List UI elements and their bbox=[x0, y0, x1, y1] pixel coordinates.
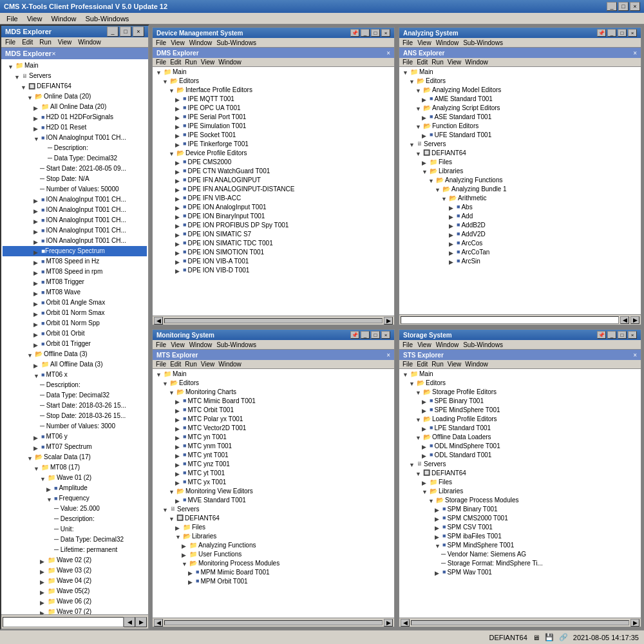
sts-menu-subwindows[interactable]: Sub-Windows bbox=[461, 341, 505, 348]
dms-sub-window[interactable]: Window bbox=[216, 59, 243, 66]
dms-node-dpe-ion-bi[interactable]: ▶ ■ DPE ION BinaryInput T001 bbox=[153, 212, 393, 221]
tree-node-wave07[interactable]: ▶ 📁 Wave 07 (2) bbox=[3, 607, 147, 614]
tree-node-ion5[interactable]: ▶ ■ ION AnalogInput T001 CH... bbox=[3, 225, 147, 236]
tree-node-ion1[interactable]: ▼ ■ ION AnalogInput T001 CH... bbox=[3, 133, 147, 143]
mts-node-mtc-yn[interactable]: ▶ ■ MTC yn T001 bbox=[153, 433, 393, 442]
dms-pin[interactable]: 📌 bbox=[350, 29, 359, 37]
dms-scrollbar-track[interactable] bbox=[164, 318, 383, 323]
dms-node-main[interactable]: ▼ 📁 Main bbox=[153, 68, 393, 77]
restore-button[interactable]: □ bbox=[618, 2, 629, 11]
tree-node-ion2[interactable]: ▶ ■ ION AnalogInput T001 CH... bbox=[3, 194, 147, 205]
sts-node-spm-csv[interactable]: ▶ ■ SPM CSV T001 bbox=[400, 523, 640, 532]
sts-node-spm-mind[interactable]: ▼ ■ SPM MindSphere T001 bbox=[400, 541, 640, 550]
dms-node-ipe[interactable]: ▼ 📂 Interface Profile Editors bbox=[153, 86, 393, 95]
ans-tree[interactable]: ▼ 📁 Main ▼ 📂 Editors ▼ 📂 Analyzing Model… bbox=[399, 67, 641, 314]
mts-menu-view[interactable]: View bbox=[169, 341, 187, 348]
tree-node-mt08-hz[interactable]: ▶ ■ MT08 Speed in Hz bbox=[3, 256, 147, 267]
tree-node-ion4[interactable]: ▶ ■ ION AnalogInput T001 CH... bbox=[3, 215, 147, 225]
mds-search-prev[interactable]: ◀ bbox=[124, 617, 135, 627]
mts-node-libs[interactable]: ▼ 📂 Libraries bbox=[153, 532, 393, 541]
sts-node-odl-mind[interactable]: ▶ ■ ODL MindSphere T001 bbox=[400, 442, 640, 451]
ans-explorer-close[interactable]: × bbox=[633, 50, 637, 57]
sts-scrollbar-track[interactable] bbox=[411, 620, 629, 625]
ans-minimize[interactable]: _ bbox=[607, 29, 616, 37]
ans-node-addb2d[interactable]: ▶ ■ AddB2D bbox=[400, 221, 640, 230]
tree-node-mt08-wave[interactable]: ▶ ■ MT08 Wave bbox=[3, 287, 147, 298]
ans-menu-subwindows[interactable]: Sub-Windows bbox=[461, 39, 505, 46]
mds-menu-window[interactable]: Window bbox=[75, 39, 104, 46]
sts-explorer-close[interactable]: × bbox=[633, 352, 637, 359]
sts-node-spm-wav[interactable]: ▶ ■ SPM Wav T001 bbox=[400, 568, 640, 577]
sts-minimize[interactable]: _ bbox=[607, 331, 616, 339]
ans-node-ufe-std[interactable]: ▶ ■ UFE Standard T001 bbox=[400, 131, 640, 140]
mts-node-mve-std[interactable]: ▶ ■ MVE Standard T001 bbox=[153, 496, 393, 505]
dms-node-dpe-ifn-aid[interactable]: ▶ ■ DPE IFN ANALOGINPUT-DISTANCE bbox=[153, 185, 393, 194]
dms-sub-run[interactable]: Run bbox=[183, 59, 198, 66]
dms-node-dpe-ion-vibd[interactable]: ▶ ■ DPE ION VIB-D T001 bbox=[153, 266, 393, 275]
ans-node-abs[interactable]: ▶ ■ Abs bbox=[400, 203, 640, 212]
ans-sub-edit[interactable]: Edit bbox=[415, 59, 430, 66]
mds-menu-run[interactable]: Run bbox=[37, 39, 53, 46]
ans-node-af[interactable]: ▼ 📂 Analyzing Functions bbox=[400, 176, 640, 185]
mts-node-mtc-orbit[interactable]: ▶ ■ MTC Orbit T001 bbox=[153, 406, 393, 415]
mts-sub-edit[interactable]: Edit bbox=[168, 361, 183, 368]
mds-menu-edit[interactable]: Edit bbox=[19, 39, 35, 46]
mds-minimize[interactable]: _ bbox=[107, 26, 118, 37]
sts-node-odl[interactable]: ▼ 📂 Offline Data Loaders bbox=[400, 433, 640, 442]
mts-node-mtc-yt[interactable]: ▶ ■ MTC yt T001 bbox=[153, 469, 393, 478]
tree-node-main[interactable]: ▼ 📁 Main bbox=[3, 61, 147, 71]
mts-sub-run[interactable]: Run bbox=[183, 361, 198, 368]
dms-node-ipe-mqtt[interactable]: ▶ ■ IPE MQTT T001 bbox=[153, 95, 393, 104]
dms-restore[interactable]: □ bbox=[371, 29, 380, 37]
tree-node-ion3[interactable]: ▶ ■ ION AnalogInput T001 CH... bbox=[3, 205, 147, 215]
dms-sub-file[interactable]: File bbox=[154, 59, 168, 66]
menu-window[interactable]: Window bbox=[47, 14, 80, 23]
tree-node-wave06[interactable]: ▶ 📁 Wave 06 (2) bbox=[3, 596, 147, 607]
tree-node-servers[interactable]: ▼ 🖥 Servers bbox=[3, 71, 147, 81]
dms-node-dpe-ion-ai[interactable]: ▶ ■ DPE ION AnalogInput T001 bbox=[153, 203, 393, 212]
ans-search-input[interactable] bbox=[401, 316, 619, 324]
ans-close[interactable]: × bbox=[628, 29, 637, 37]
mds-search-input[interactable] bbox=[3, 617, 124, 627]
ans-node-ase-std[interactable]: ▶ ■ ASE Standard T001 bbox=[400, 113, 640, 122]
tree-node-orbit-angle[interactable]: ▶ ■ Orbit 01 Angle Smax bbox=[3, 298, 147, 308]
dms-minimize[interactable]: _ bbox=[361, 29, 370, 37]
tree-node-orbit-nspp[interactable]: ▶ ■ Orbit 01 Norm Spp bbox=[3, 318, 147, 328]
dms-menu-file[interactable]: File bbox=[154, 39, 168, 46]
sts-close[interactable]: × bbox=[628, 331, 637, 339]
sts-node-spm-cms[interactable]: ▶ ■ SPM CMS2000 T001 bbox=[400, 514, 640, 523]
tree-node-online-data[interactable]: ▼ 📂 Online Data (20) bbox=[3, 91, 147, 102]
mts-node-mpm[interactable]: ▼ 📂 Monitoring Process Modules bbox=[153, 559, 393, 568]
tree-node-mt07spec[interactable]: ▶ ■ MT07 Spectrum bbox=[3, 442, 147, 452]
mts-sub-window[interactable]: Window bbox=[216, 361, 243, 368]
ans-sub-run[interactable]: Run bbox=[430, 59, 445, 66]
dms-node-dpe-ifn-ai[interactable]: ▶ ■ DPE IFN ANALOGINPUT bbox=[153, 176, 393, 185]
dms-scroll-left[interactable]: ◀ bbox=[154, 317, 163, 325]
mts-pin[interactable]: 📌 bbox=[350, 331, 359, 339]
dms-node-dpe-ifn-vib[interactable]: ▶ ■ DPE IFN VIB-ACC bbox=[153, 194, 393, 203]
ans-node-ame[interactable]: ▼ 📂 Analyzing Model Editors bbox=[400, 86, 640, 95]
sts-sub-file[interactable]: File bbox=[401, 361, 415, 368]
mts-node-mpm-mimic[interactable]: ▶ ■ MPM Mimic Board T001 bbox=[153, 568, 393, 577]
mds-explorer-close[interactable]: × bbox=[52, 50, 55, 57]
ans-node-libs[interactable]: ▼ 📂 Libraries bbox=[400, 167, 640, 176]
sts-node-lpe[interactable]: ▼ 📂 Loading Profile Editors bbox=[400, 415, 640, 424]
dms-node-dpe-ctn[interactable]: ▶ ■ DPE CTN WatchGuard T001 bbox=[153, 167, 393, 176]
dms-node-dpe-ion-prof[interactable]: ▶ ■ DPE ION PROFIBUS DP Spy T001 bbox=[153, 221, 393, 230]
tree-node-ion6[interactable]: ▶ ■ ION AnalogInput T001 CH... bbox=[3, 236, 147, 246]
dms-tree[interactable]: ▼ 📁 Main ▼ 📂 Editors ▼ 📂 Interface Profi… bbox=[153, 67, 394, 316]
sts-menu-file[interactable]: File bbox=[401, 341, 415, 348]
mts-scrollbar-track[interactable] bbox=[164, 620, 383, 625]
mts-node-mtc-ynm[interactable]: ▶ ■ MTC ynm T001 bbox=[153, 442, 393, 451]
ans-menu-file[interactable]: File bbox=[401, 39, 415, 46]
dms-node-dpe-ion-tdc[interactable]: ▶ ■ DPE ION SIMATIC TDC T001 bbox=[153, 239, 393, 248]
sts-menu-view[interactable]: View bbox=[415, 341, 433, 348]
ans-node-addv2d[interactable]: ▶ ■ AddV2D bbox=[400, 230, 640, 239]
mts-node-mtc-ynt[interactable]: ▶ ■ MTC ynt T001 bbox=[153, 451, 393, 460]
mts-explorer-close[interactable]: × bbox=[386, 352, 390, 359]
sts-scroll-right[interactable]: ▶ bbox=[630, 619, 639, 627]
dms-node-ipe-socket[interactable]: ▶ ■ IPE Socket T001 bbox=[153, 131, 393, 140]
mds-tree[interactable]: ▼ 📁 Main ▼ 🖥 Servers ▼ 🔲 DEFIANT64 ▼ 📂 O… bbox=[1, 59, 148, 614]
tree-node-wave04[interactable]: ▶ 📁 Wave 04 (2) bbox=[3, 576, 147, 586]
sts-node-spm-iba[interactable]: ▶ ■ SPM ibaFiles T001 bbox=[400, 532, 640, 541]
